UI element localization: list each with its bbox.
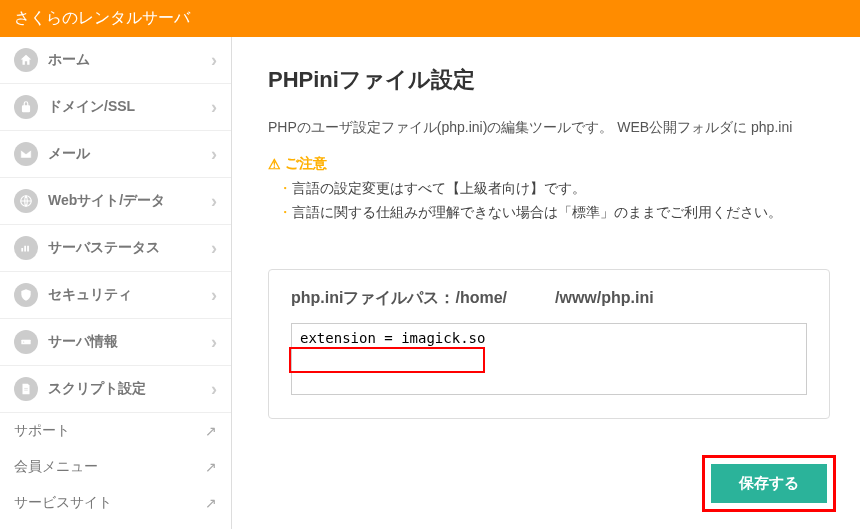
lock-icon	[14, 95, 38, 119]
chevron-right-icon: ›	[211, 379, 217, 400]
save-button[interactable]: 保存する	[711, 464, 827, 503]
sidebar-item-domain-ssl[interactable]: ドメイン/SSL ›	[0, 84, 231, 131]
sidebar-link-support[interactable]: サポート ↗	[0, 413, 231, 449]
main-content: PHPiniファイル設定 PHPのユーザ設定ファイル(php.ini)の編集ツー…	[232, 37, 860, 529]
chevron-right-icon: ›	[211, 97, 217, 118]
warning-item: 言語に関する仕組みが理解できない場合は「標準」のままでご利用ください。	[278, 201, 830, 225]
file-editor-panel: php.iniファイルパス：/home/ /www/php.ini	[268, 269, 830, 419]
chevron-right-icon: ›	[211, 332, 217, 353]
shield-icon	[14, 283, 38, 307]
sidebar-link-service-site[interactable]: サービスサイト ↗	[0, 485, 231, 521]
sidebar-item-label: サーバステータス	[48, 239, 211, 257]
sidebar-item-label: ドメイン/SSL	[48, 98, 211, 116]
sidebar-item-label: スクリプト設定	[48, 380, 211, 398]
sidebar-item-label: サーバ情報	[48, 333, 211, 351]
sidebar-link-label: サービスサイト	[14, 494, 205, 512]
sidebar-link-label: サポート	[14, 422, 205, 440]
chart-icon	[14, 236, 38, 260]
sidebar-item-website-data[interactable]: Webサイト/データ ›	[0, 178, 231, 225]
sidebar-item-mail[interactable]: メール ›	[0, 131, 231, 178]
warning-list: 言語の設定変更はすべて【上級者向け】です。 言語に関する仕組みが理解できない場合…	[278, 177, 830, 225]
mail-icon	[14, 142, 38, 166]
sidebar-item-server-info[interactable]: サーバ情報 ›	[0, 319, 231, 366]
external-link-icon: ↗	[205, 423, 217, 439]
chevron-right-icon: ›	[211, 238, 217, 259]
server-icon	[14, 330, 38, 354]
annotation-highlight-save: 保存する	[702, 455, 836, 512]
warning-title-text: ご注意	[285, 155, 327, 173]
sidebar-item-server-status[interactable]: サーバステータス ›	[0, 225, 231, 272]
sidebar-item-label: Webサイト/データ	[48, 192, 211, 210]
globe-icon	[14, 189, 38, 213]
warning-item: 言語の設定変更はすべて【上級者向け】です。	[278, 177, 830, 201]
svg-rect-1	[21, 340, 30, 345]
svg-point-2	[23, 341, 24, 342]
chevron-right-icon: ›	[211, 50, 217, 71]
app-title: さくらのレンタルサーバ	[14, 9, 190, 26]
chevron-right-icon: ›	[211, 144, 217, 165]
sidebar-link-faq[interactable]: よくある質問 ↗	[0, 521, 231, 529]
external-link-icon: ↗	[205, 495, 217, 511]
script-icon	[14, 377, 38, 401]
sidebar: ホーム › ドメイン/SSL › メール › Webサイト/データ › サーバス…	[0, 37, 232, 529]
external-link-icon: ↗	[205, 459, 217, 475]
sidebar-item-label: セキュリティ	[48, 286, 211, 304]
home-icon	[14, 48, 38, 72]
page-title: PHPiniファイル設定	[268, 65, 830, 95]
php-ini-editor[interactable]	[291, 323, 807, 395]
warning-icon: ⚠	[268, 156, 281, 172]
page-description: PHPのユーザ設定ファイル(php.ini)の編集ツールです。 WEB公開フォル…	[268, 119, 830, 137]
chevron-right-icon: ›	[211, 191, 217, 212]
sidebar-item-script-settings[interactable]: スクリプト設定 ›	[0, 366, 231, 413]
sidebar-item-label: メール	[48, 145, 211, 163]
sidebar-item-security[interactable]: セキュリティ ›	[0, 272, 231, 319]
app-header: さくらのレンタルサーバ	[0, 0, 860, 37]
warning-heading: ⚠ ご注意	[268, 155, 830, 173]
sidebar-link-member-menu[interactable]: 会員メニュー ↗	[0, 449, 231, 485]
file-path-label: php.iniファイルパス：/home/ /www/php.ini	[291, 288, 807, 309]
chevron-right-icon: ›	[211, 285, 217, 306]
sidebar-link-label: 会員メニュー	[14, 458, 205, 476]
sidebar-item-label: ホーム	[48, 51, 211, 69]
sidebar-item-home[interactable]: ホーム ›	[0, 37, 231, 84]
